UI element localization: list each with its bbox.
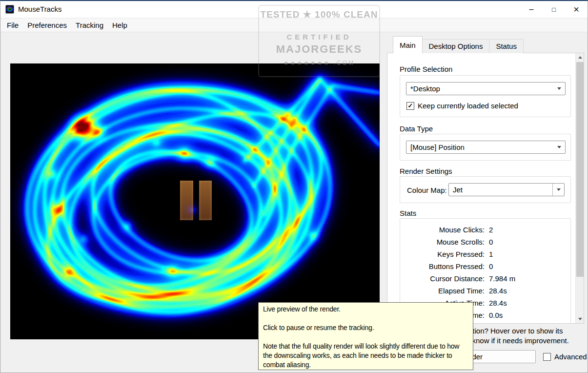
- menu-help[interactable]: Help: [108, 19, 132, 32]
- stat-row-cursor-distance: Cursor Distance: 7.984 m: [406, 272, 566, 285]
- profile-selection-group: *Desktop ✓ Keep currently loaded selecte…: [400, 75, 571, 117]
- stat-row-elapsed-time: Elapsed Time: 28.4s: [406, 285, 566, 297]
- stat-value: 0: [489, 238, 493, 246]
- stat-value: 0: [489, 262, 493, 270]
- tab-bar: Main Desktop Options Status: [393, 37, 524, 53]
- tab-desktop-options[interactable]: Desktop Options: [423, 39, 490, 53]
- stat-row-mouse-scrolls: Mouse Scrolls: 0: [406, 236, 566, 248]
- scroll-up-icon[interactable]: [576, 53, 584, 62]
- mousetracks-window: MouseTracks – □ × File Preferences Track…: [0, 0, 588, 373]
- heatmap-overlay-rect-left: [180, 181, 193, 220]
- data-type-dropdown-value: [Mouse] Position: [410, 143, 465, 151]
- stat-row-buttons-pressed: Buttons Pressed: 0: [406, 260, 566, 272]
- stat-label: Buttons Pressed:: [406, 262, 485, 270]
- colour-map-label: Colour Map:: [407, 186, 447, 194]
- window-controls: – □ ×: [520, 1, 588, 18]
- keep-loaded-checkbox[interactable]: ✓: [406, 102, 414, 110]
- minimize-icon: –: [529, 7, 534, 12]
- stat-label: Keys Pressed:: [406, 250, 485, 258]
- watermark-line: MAJORGEEKS: [259, 43, 379, 56]
- profile-dropdown-value: *Desktop: [410, 84, 440, 93]
- minimize-button[interactable]: –: [520, 1, 543, 18]
- main-tab-content: Profile Selection *Desktop ✓ Keep curren…: [387, 53, 575, 323]
- maximize-button[interactable]: □: [543, 1, 565, 18]
- watermark-line: CERTIFIED: [259, 33, 379, 41]
- menu-preferences[interactable]: Preferences: [23, 19, 71, 32]
- main-tab-panel: Profile Selection *Desktop ✓ Keep curren…: [387, 53, 584, 324]
- title-bar: MouseTracks – □ ×: [0, 1, 588, 18]
- preview-tooltip: Live preview of the render. Click to pau…: [258, 302, 473, 370]
- stat-value: 28.4s: [489, 287, 507, 295]
- menu-file[interactable]: File: [2, 19, 23, 32]
- menu-tracking[interactable]: Tracking: [71, 19, 108, 32]
- app-icon: [5, 5, 14, 14]
- chevron-down-icon: [552, 184, 564, 196]
- menu-bar: File Preferences Tracking Help: [0, 19, 588, 32]
- heatmap-preview[interactable]: [10, 63, 380, 339]
- stat-label: Elapsed Time:: [406, 287, 485, 295]
- heatmap-canvas[interactable]: [10, 63, 380, 339]
- checkmark-icon: ✓: [408, 102, 413, 109]
- advanced-label: Advanced: [554, 352, 587, 361]
- render-settings-heading: Render Settings: [400, 167, 452, 175]
- panel-scrollbar[interactable]: [575, 53, 584, 323]
- chevron-down-icon: [553, 83, 565, 95]
- stat-label: Cursor Distance:: [406, 274, 485, 283]
- render-settings-group: Colour Map: Jet: [400, 176, 571, 203]
- scroll-down-icon[interactable]: [576, 315, 584, 323]
- tooltip-line: Live preview of the render.: [263, 305, 468, 314]
- tab-main[interactable]: Main: [393, 36, 423, 54]
- data-type-heading: Data Type: [400, 124, 433, 133]
- advanced-checkbox[interactable]: [543, 353, 551, 361]
- tooltip-line: Note that the full quality render will l…: [263, 342, 468, 370]
- colour-map-dropdown[interactable]: Jet: [448, 183, 565, 196]
- profile-dropdown[interactable]: *Desktop: [406, 82, 566, 95]
- stat-row-mouse-clicks: Mouse Clicks: 2: [406, 224, 566, 236]
- stat-value: 28.4s: [489, 299, 507, 307]
- close-button[interactable]: ×: [565, 1, 588, 18]
- keep-loaded-checkbox-row[interactable]: ✓ Keep currently loaded selected: [406, 102, 518, 110]
- tab-status[interactable]: Status: [489, 39, 524, 53]
- stat-value: 7.984 m: [489, 274, 515, 283]
- chevron-down-icon: [553, 141, 565, 153]
- stat-label: Mouse Scrolls:: [406, 238, 485, 246]
- profile-selection-heading: Profile Selection: [400, 65, 452, 73]
- stat-value: 1: [489, 250, 493, 258]
- heatmap-overlay-rect-right: [199, 181, 212, 220]
- data-type-group: [Mouse] Position: [400, 134, 571, 161]
- close-icon: ×: [573, 4, 579, 15]
- maximize-icon: □: [552, 6, 556, 13]
- window-title: MouseTracks: [18, 5, 61, 13]
- colour-map-dropdown-value: Jet: [453, 186, 463, 194]
- scrollbar-thumb[interactable]: [576, 62, 584, 277]
- keep-loaded-label: Keep currently loaded selected: [418, 102, 518, 110]
- stats-heading: Stats: [400, 209, 416, 217]
- stat-row-keys-pressed: Keys Pressed: 1: [406, 248, 566, 260]
- stat-value: 2: [489, 226, 493, 234]
- stat-value: 0.0s: [489, 311, 503, 319]
- data-type-dropdown[interactable]: [Mouse] Position: [406, 141, 566, 154]
- advanced-checkbox-row[interactable]: Advanced: [543, 352, 587, 361]
- stat-label: Mouse Clicks:: [406, 226, 485, 234]
- tooltip-line: Click to pause or resume the tracking.: [263, 323, 468, 332]
